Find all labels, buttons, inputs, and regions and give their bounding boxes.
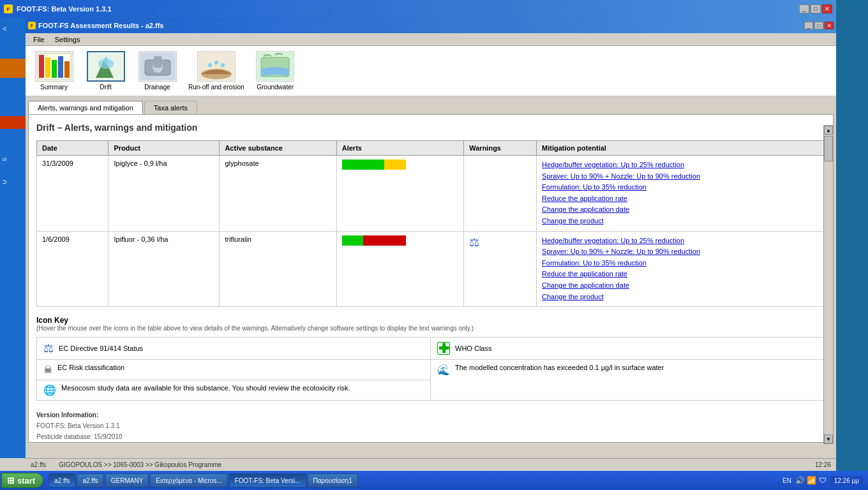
toolbar-drift-label: Drift <box>100 84 111 91</box>
svg-rect-12 <box>154 56 161 68</box>
icon-key-desc: (Hover the mouse over the icons in the t… <box>36 325 825 332</box>
scroll-thumb[interactable] <box>824 136 833 161</box>
maximize-button[interactable]: □ <box>811 4 821 13</box>
version-line-1: FOOT-FS: Beta Version 1.3.1 <box>36 420 825 431</box>
toolbar-runoff-label: Run-off and erosion <box>188 84 244 91</box>
title-bar: F FOOT-FS: Beta Version 1.3.1 _ □ ✕ <box>0 0 836 18</box>
row2-mit-link-1[interactable]: Hedge/buffer vegetation: Up to 25% reduc… <box>542 235 819 247</box>
close-button[interactable]: ✕ <box>822 4 832 13</box>
status-time: 12:26 <box>815 461 831 468</box>
menu-file[interactable]: File <box>28 34 50 45</box>
menu-bar: File Settings <box>26 33 836 46</box>
row2-mit-link-5[interactable]: Change the application date <box>542 280 819 292</box>
inner-close-button[interactable]: ✕ <box>825 22 834 29</box>
toolbar-summary[interactable]: Summary <box>33 51 75 91</box>
icon-key-ec-risk: ☠ EC Risk classification <box>37 360 431 380</box>
col-warnings: Warnings <box>464 141 537 156</box>
start-button[interactable]: ⊞ start <box>1 473 43 488</box>
toolbar-drainage[interactable]: Drainage <box>137 51 178 91</box>
toolbar-groundwater[interactable]: Groundwater <box>255 51 296 91</box>
minimize-button[interactable]: _ <box>799 4 809 13</box>
row2-mit-link-3[interactable]: Formulation: Up to 35% reduction <box>542 258 819 269</box>
scrollbar[interactable]: ▲ ▼ <box>823 125 834 444</box>
taskbar-item-1[interactable]: a2.ffs <box>77 473 103 487</box>
svg-point-17 <box>221 63 225 67</box>
scroll-up-arrow[interactable]: ▲ <box>824 126 833 135</box>
taskbar-items: a2.ffs a2.ffs GERMANY Εισερχόμενα - Micr… <box>49 473 782 487</box>
row2-mitigation: Hedge/buffer vegetation: Up to 25% reduc… <box>537 231 825 307</box>
row1-product: Ipiglyce - 0,9 l/ha <box>108 156 220 232</box>
toolbar-drift[interactable]: Drift <box>85 51 126 91</box>
taskbar-lang: EN <box>782 477 791 484</box>
row2-mit-link-4[interactable]: Reduce the application rate <box>542 269 819 280</box>
row1-mit-link-4[interactable]: Reduce the application rate <box>542 193 819 205</box>
icon-key-ec-directive: ⚖ EC Directive 91/414 Status <box>37 338 431 360</box>
scale-icon: ⚖ <box>43 341 54 355</box>
taskbar: ⊞ start a2.ffs a2.ffs GERMANY Εισερχόμεν… <box>0 471 868 490</box>
start-label: start <box>17 476 35 486</box>
inner-app-icon: F <box>28 22 36 29</box>
row1-mit-link-1[interactable]: Hedge/buffer vegetation: Up to 25% reduc… <box>542 160 819 171</box>
taskbar-item-4[interactable]: FOOT-FS: Beta Versi... <box>229 473 306 487</box>
app-icon: F <box>4 4 13 13</box>
row1-mitigation: Hedge/buffer vegetation: Up to 25% reduc… <box>537 156 825 232</box>
row1-substance: glyphosate <box>220 156 336 232</box>
version-label: Version Information: <box>36 410 825 420</box>
taskbar-item-5[interactable]: Παρουσίαση1 <box>308 473 358 487</box>
start-windows-logo: ⊞ <box>7 475 15 486</box>
row1-mit-link-6[interactable]: Change the product <box>542 216 819 227</box>
icon-key-who-class: ✚ WHO Class <box>431 338 825 360</box>
col-alerts: Alerts <box>336 141 464 156</box>
left-panel-label-a: A <box>0 23 26 33</box>
skull-icon: ☠ <box>43 364 52 376</box>
row2-mit-link-2[interactable]: Sprayer: Up to 90% + Nozzle: Up to 90% r… <box>542 246 819 258</box>
plus-icon: ✚ <box>437 342 450 355</box>
taskbar-item-0[interactable]: a2.ffs <box>49 473 75 487</box>
tab-taxa[interactable]: Taxa alerts <box>144 101 197 114</box>
icon-key-mesocosm: 🌐 Mesocosm study data are available for … <box>37 380 431 400</box>
status-breadcrumb: GIGOPOULOS >> 1065-0003 >> Gikopoulos Pr… <box>59 461 221 468</box>
version-line-2: Pesticide database: 15/9/2010 <box>36 431 825 442</box>
row1-date: 31/3/2009 <box>37 156 108 232</box>
row1-alert-bar <box>336 156 464 232</box>
taskbar-item-2[interactable]: GERMANY <box>105 473 149 487</box>
tab-alerts[interactable]: Alerts, warnings and mitigation <box>28 101 143 114</box>
svg-rect-2 <box>45 57 50 78</box>
globe-icon: 🌐 <box>43 384 56 396</box>
svg-point-16 <box>214 61 218 64</box>
row2-alert-bar <box>336 231 464 307</box>
row2-mit-link-6[interactable]: Change the product <box>542 292 819 303</box>
svg-point-15 <box>208 63 212 67</box>
toolbar-summary-label: Summary <box>40 84 68 91</box>
scroll-down-arrow[interactable]: ▼ <box>824 434 833 443</box>
taskbar-item-3[interactable]: Εισερχόμενα - Micros... <box>150 473 227 487</box>
icon-key-title: Icon Key <box>36 316 825 325</box>
status-bar: a2.ffs GIGOPOULOS >> 1065-0003 >> Gikopo… <box>26 458 836 471</box>
left-panel-section <box>0 59 26 78</box>
inner-minimize-button[interactable]: _ <box>804 22 813 29</box>
warning-scale-icon: ⚖ <box>469 236 479 249</box>
row1-mit-link-3[interactable]: Formulation: Up to 35% reduction <box>542 182 819 193</box>
menu-settings[interactable]: Settings <box>50 34 86 45</box>
inner-maximize-button[interactable]: □ <box>814 22 823 29</box>
col-active: Active substance <box>220 141 336 156</box>
toolbar-runoff[interactable]: Run-off and erosion <box>188 51 244 91</box>
left-panel-label-s: S <box>0 154 26 164</box>
row1-mit-link-5[interactable]: Change the application date <box>542 204 819 216</box>
left-panel-label-u: U <box>0 177 26 187</box>
svg-rect-5 <box>64 61 70 78</box>
taskbar-right: EN 🔊 📶 🛡 12:26 μμ <box>782 476 868 486</box>
version-line-3: Percentile currently selected: 95 <box>36 442 825 443</box>
toolbar-drainage-label: Drainage <box>144 84 170 91</box>
status-file: a2.ffs <box>31 461 46 468</box>
row2-warnings: ⚖ <box>464 231 537 307</box>
icon-key-section: Icon Key (Hover the mouse over the icons… <box>36 316 825 401</box>
taskbar-sys-icons: 🔊 📶 🛡 <box>795 476 827 485</box>
inner-window-title: FOOT-FS Assessment Results - a2.ffs <box>38 22 163 29</box>
table-row: 1/6/2009 Ipifluor - 0,36 l/ha triflurali… <box>37 231 825 307</box>
page-title: Drift – Alerts, warnings and mitigation <box>36 122 825 133</box>
row2-substance: trifluralin <box>220 231 336 307</box>
row1-warnings <box>464 156 537 232</box>
row1-mit-link-2[interactable]: Sprayer: Up to 90% + Nozzle: Up to 90% r… <box>542 171 819 182</box>
col-product: Product <box>108 141 220 156</box>
